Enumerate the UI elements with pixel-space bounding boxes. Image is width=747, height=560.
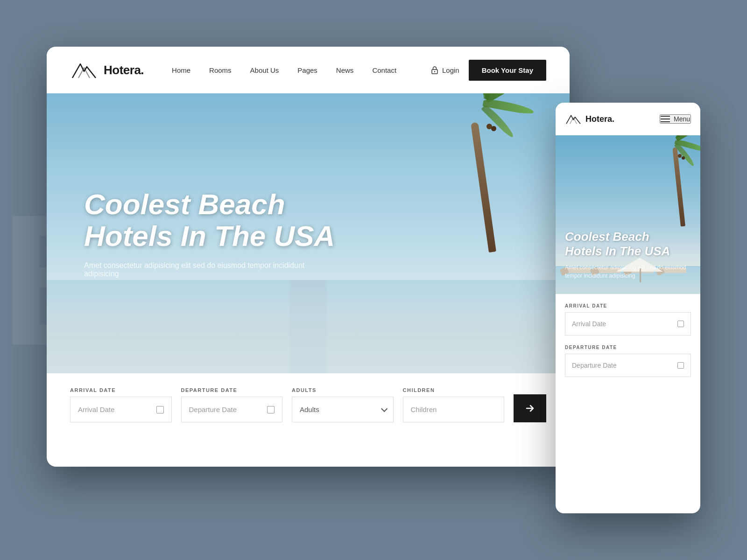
nav-contact[interactable]: Contact — [372, 66, 396, 74]
children-placeholder: Children — [411, 406, 437, 413]
mobile-hero: Coolest Beach Hotels In The USA Amet con… — [556, 135, 700, 294]
departure-date-field: DEPARTURE DATE Departure Date — [181, 387, 283, 422]
arrival-calendar-icon — [156, 406, 164, 413]
mobile-title-line2: Hotels In The USA — [565, 244, 670, 258]
mobile-departure-placeholder: Departure Date — [572, 362, 617, 369]
desktop-logo-icon — [70, 58, 98, 82]
hero-title-line2: Hotels In The USA — [84, 220, 335, 252]
mobile-title-line1: Coolest Beach — [565, 230, 649, 244]
hamburger-icon — [661, 116, 670, 122]
search-arrow-icon — [525, 403, 535, 413]
desktop-logo-area: Hotera. — [70, 58, 144, 82]
adults-label: ADULTS — [292, 387, 394, 393]
mobile-hero-content: Coolest Beach Hotels In The USA Amet con… — [565, 230, 691, 280]
nav-news[interactable]: News — [336, 66, 354, 74]
desktop-nav: Home Rooms About Us Pages News Contact — [172, 66, 431, 74]
departure-date-placeholder: Departure Date — [189, 406, 237, 413]
desktop-mockup: Hotera. Home Rooms About Us Pages News C… — [47, 47, 570, 467]
mobile-mockup: Hotera. Menu — [556, 103, 700, 513]
arrival-date-field: ARRIVAL DATE Arrival Date — [70, 387, 172, 422]
desktop-hero-subtitle: Amet consectetur adipisicing elit sed do… — [84, 261, 317, 278]
mobile-menu-label: Menu — [674, 115, 690, 123]
nav-rooms[interactable]: Rooms — [209, 66, 232, 74]
palm-tree-decoration — [476, 93, 509, 252]
mobile-hero-title: Coolest Beach Hotels In The USA — [565, 230, 691, 259]
departure-date-input[interactable]: Departure Date — [181, 397, 283, 422]
hamburger-line-1 — [661, 116, 670, 117]
desktop-booking-form: ARRIVAL DATE Arrival Date DEPARTURE DATE… — [47, 373, 570, 436]
hamburger-line-2 — [661, 119, 670, 119]
nav-about[interactable]: About Us — [250, 66, 279, 74]
mobile-logo-text: Hotera. — [585, 114, 614, 124]
mobile-departure-date-input[interactable]: Departure Date — [565, 354, 691, 377]
adults-placeholder: Adults — [300, 406, 319, 413]
login-button[interactable]: Login — [431, 66, 459, 74]
mobile-arrival-date-input[interactable]: Arrival Date — [565, 312, 691, 336]
login-label: Login — [442, 66, 459, 74]
desktop-hero-content: Coolest Beach Hotels In The USA Amet con… — [84, 189, 335, 278]
mobile-departure-calendar-icon — [677, 362, 684, 369]
arrival-date-input[interactable]: Arrival Date — [70, 397, 172, 422]
hero-title-line1: Coolest Beach — [84, 188, 285, 220]
desktop-hero-title: Coolest Beach Hotels In The USA — [84, 189, 335, 252]
mobile-departure-date-label: DEPARTURE DATE — [565, 345, 691, 350]
nav-home[interactable]: Home — [172, 66, 190, 74]
desktop-header: Hotera. Home Rooms About Us Pages News C… — [47, 47, 570, 93]
mobile-arrival-date-label: ARRIVAL DATE — [565, 303, 691, 308]
children-field: CHILDREN Children — [403, 387, 505, 422]
mobile-hero-subtitle: Amet consectetur adipisicing elit sed do… — [565, 263, 691, 280]
nav-pages[interactable]: Pages — [297, 66, 317, 74]
book-your-stay-button[interactable]: Book Your Stay — [469, 60, 546, 81]
departure-date-label: DEPARTURE DATE — [181, 387, 283, 393]
mobile-arrival-placeholder: Arrival Date — [572, 320, 606, 328]
mobile-departure-date-field: DEPARTURE DATE Departure Date — [565, 345, 691, 377]
mobile-menu-button[interactable]: Menu — [660, 114, 691, 124]
desktop-hero: Coolest Beach Hotels In The USA Amet con… — [47, 93, 570, 373]
mobile-arrival-calendar-icon — [677, 321, 684, 327]
mobile-palm-tree — [672, 135, 693, 226]
children-label: CHILDREN — [403, 387, 505, 393]
mobile-booking-form: ARRIVAL DATE Arrival Date DEPARTURE DATE… — [556, 294, 700, 396]
svg-point-1 — [434, 71, 435, 72]
adults-field: ADULTS Adults — [292, 387, 394, 422]
pool-path — [289, 280, 327, 373]
adults-chevron-icon — [381, 405, 388, 412]
search-button[interactable] — [514, 394, 546, 422]
mobile-logo-icon — [565, 112, 582, 126]
adults-select[interactable]: Adults — [292, 397, 394, 422]
children-input[interactable]: Children — [403, 397, 505, 422]
departure-calendar-icon — [267, 406, 275, 413]
header-right: Login Book Your Stay — [431, 60, 546, 81]
mobile-arrival-date-field: ARRIVAL DATE Arrival Date — [565, 303, 691, 336]
desktop-logo-text: Hotera. — [104, 63, 144, 77]
hamburger-line-3 — [661, 121, 670, 122]
scene-wrapper: Hotera. Home Rooms About Us Pages News C… — [47, 47, 700, 513]
lock-icon — [431, 66, 438, 74]
mobile-header: Hotera. Menu — [556, 103, 700, 135]
arrival-date-placeholder: Arrival Date — [78, 406, 114, 413]
arrival-date-label: ARRIVAL DATE — [70, 387, 172, 393]
mobile-logo-area: Hotera. — [565, 112, 614, 126]
